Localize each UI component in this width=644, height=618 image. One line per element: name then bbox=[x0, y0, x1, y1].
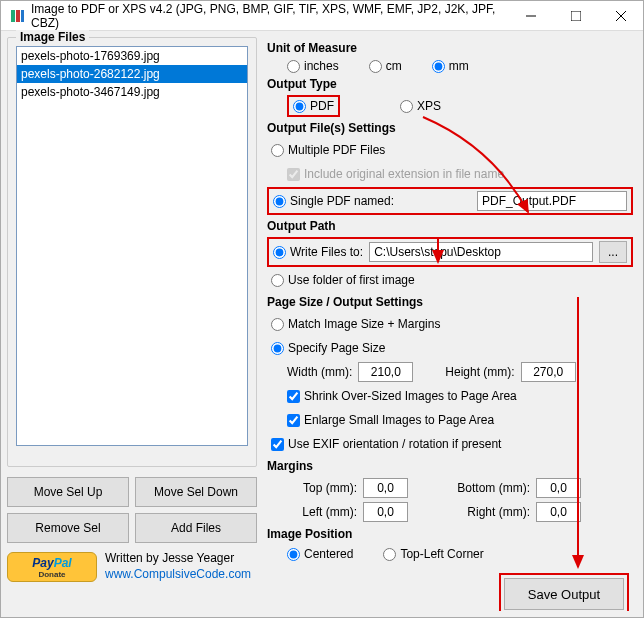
enlarge-check[interactable]: Enlarge Small Images to Page Area bbox=[287, 413, 494, 427]
remove-sel-button[interactable]: Remove Sel bbox=[7, 513, 129, 543]
svg-rect-2 bbox=[21, 10, 24, 22]
file-item[interactable]: pexels-photo-1769369.jpg bbox=[17, 47, 247, 65]
minimize-button[interactable] bbox=[508, 1, 553, 31]
app-icon bbox=[9, 8, 25, 24]
credits: Written by Jesse Yeager www.CompulsiveCo… bbox=[105, 551, 251, 582]
margin-left-label: Left (mm): bbox=[287, 505, 357, 519]
outtype-pdf-radio[interactable]: PDF bbox=[293, 99, 334, 113]
margin-bottom-input[interactable] bbox=[536, 478, 581, 498]
margin-top-label: Top (mm): bbox=[287, 481, 357, 495]
move-sel-up-button[interactable]: Move Sel Up bbox=[7, 477, 129, 507]
shrink-check[interactable]: Shrink Over-Sized Images to Page Area bbox=[287, 389, 517, 403]
use-folder-radio[interactable]: Use folder of first image bbox=[271, 273, 415, 287]
margin-right-label: Right (mm): bbox=[450, 505, 530, 519]
outfiles-title: Output File(s) Settings bbox=[267, 121, 637, 135]
author-label: Written by Jesse Yeager bbox=[105, 551, 251, 567]
single-pdf-radio[interactable]: Single PDF named: bbox=[273, 194, 394, 208]
margin-left-input[interactable] bbox=[363, 502, 408, 522]
svg-rect-4 bbox=[571, 11, 581, 21]
width-label: Width (mm): bbox=[287, 365, 352, 379]
unit-cm-radio[interactable]: cm bbox=[369, 59, 402, 73]
save-output-button[interactable]: Save Output bbox=[504, 578, 624, 610]
move-sel-down-button[interactable]: Move Sel Down bbox=[135, 477, 257, 507]
multiple-pdf-radio[interactable]: Multiple PDF Files bbox=[271, 143, 385, 157]
close-button[interactable] bbox=[598, 1, 643, 31]
margin-right-input[interactable] bbox=[536, 502, 581, 522]
file-list[interactable]: pexels-photo-1769369.jpgpexels-photo-268… bbox=[16, 46, 248, 446]
single-pdf-name-input[interactable] bbox=[477, 191, 627, 211]
window-title: Image to PDF or XPS v4.2 (JPG, PNG, BMP,… bbox=[31, 2, 508, 30]
height-input[interactable] bbox=[521, 362, 576, 382]
topleft-radio[interactable]: Top-Left Corner bbox=[383, 547, 483, 561]
unit-title: Unit of Measure bbox=[267, 41, 637, 55]
unit-inches-radio[interactable]: inches bbox=[287, 59, 339, 73]
margins-title: Margins bbox=[267, 459, 637, 473]
maximize-button[interactable] bbox=[553, 1, 598, 31]
height-label: Height (mm): bbox=[445, 365, 514, 379]
margin-top-input[interactable] bbox=[363, 478, 408, 498]
titlebar: Image to PDF or XPS v4.2 (JPG, PNG, BMP,… bbox=[1, 1, 643, 31]
unit-mm-radio[interactable]: mm bbox=[432, 59, 469, 73]
specify-size-radio[interactable]: Specify Page Size bbox=[271, 341, 385, 355]
image-files-label: Image Files bbox=[16, 30, 89, 44]
file-item[interactable]: pexels-photo-3467149.jpg bbox=[17, 83, 247, 101]
outtype-xps-radio[interactable]: XPS bbox=[400, 99, 441, 113]
outtype-title: Output Type bbox=[267, 77, 637, 91]
pagesize-title: Page Size / Output Settings bbox=[267, 295, 637, 309]
output-path-input[interactable] bbox=[369, 242, 593, 262]
width-input[interactable] bbox=[358, 362, 413, 382]
file-item[interactable]: pexels-photo-2682122.jpg bbox=[17, 65, 247, 83]
outpath-title: Output Path bbox=[267, 219, 637, 233]
match-size-radio[interactable]: Match Image Size + Margins bbox=[271, 317, 440, 331]
include-ext-check: Include original extension in file name bbox=[287, 167, 504, 181]
paypal-donate-button[interactable]: PayPal Donate bbox=[7, 552, 97, 582]
imgpos-title: Image Position bbox=[267, 527, 637, 541]
svg-rect-1 bbox=[16, 10, 20, 22]
write-files-radio[interactable]: Write Files to: bbox=[273, 245, 363, 259]
centered-radio[interactable]: Centered bbox=[287, 547, 353, 561]
browse-button[interactable]: ... bbox=[599, 241, 627, 263]
margin-bottom-label: Bottom (mm): bbox=[450, 481, 530, 495]
website-link[interactable]: www.CompulsiveCode.com bbox=[105, 567, 251, 581]
add-files-button[interactable]: Add Files bbox=[135, 513, 257, 543]
exif-check[interactable]: Use EXIF orientation / rotation if prese… bbox=[271, 437, 501, 451]
svg-rect-0 bbox=[11, 10, 15, 22]
